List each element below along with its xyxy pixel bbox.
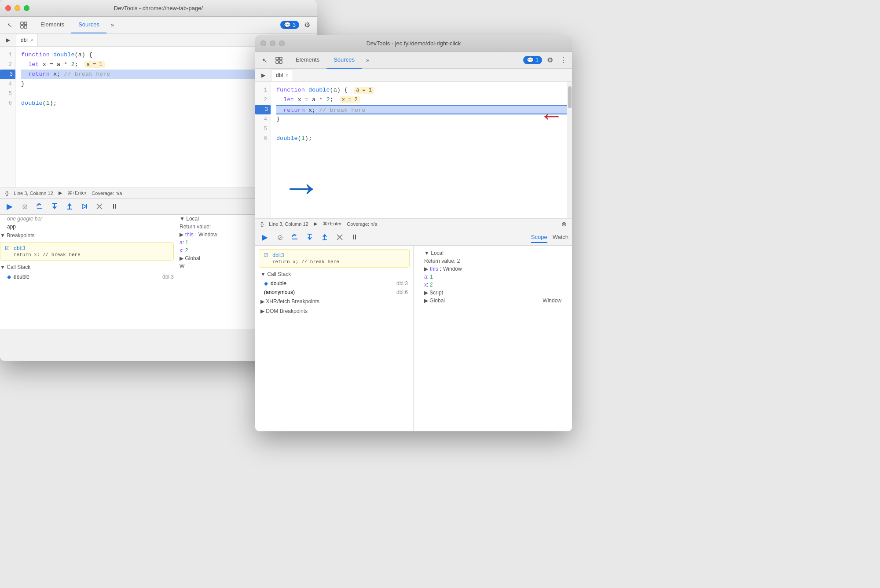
traffic-lights-left xyxy=(5,5,29,11)
tab-sources-right[interactable]: Sources xyxy=(326,52,362,69)
cursor-icon[interactable]: ↖ xyxy=(4,19,16,31)
line-numbers-right: 1 2 3 4 5 6 xyxy=(255,82,271,218)
code-line-3-right: return x; // break here xyxy=(276,105,572,114)
file-tab-dbl-left[interactable]: dbl × xyxy=(16,34,38,46)
svg-rect-14 xyxy=(276,61,279,63)
tab-elements-left[interactable]: Elements xyxy=(33,17,71,33)
resume-button-left[interactable]: ▶ xyxy=(4,200,16,213)
file-tab-dbl-right[interactable]: dbl × xyxy=(271,69,293,81)
scrollbar-thumb-right[interactable] xyxy=(568,86,572,108)
line-numbers-left: 1 2 3 4 5 6 xyxy=(0,47,16,187)
breakpoint-checkbox-left[interactable]: ☑ xyxy=(5,245,10,251)
chat-badge-right[interactable]: 💬 1 xyxy=(523,56,542,64)
traffic-lights-right xyxy=(260,40,285,46)
svg-rect-12 xyxy=(276,57,279,60)
google-bar-item: one google bar xyxy=(0,215,174,223)
call-stack-anon-right: (anonymous) dbl:6 xyxy=(255,288,413,297)
this-item-right[interactable]: ▶ this: Window xyxy=(419,265,567,273)
a-value-right: a: 1 xyxy=(419,273,567,281)
maximize-button-left[interactable] xyxy=(24,5,29,11)
close-status-right[interactable]: ⊗ xyxy=(561,220,567,228)
layers-icon-right[interactable] xyxy=(273,54,285,66)
chat-badge-left[interactable]: 💬 3 xyxy=(280,21,299,29)
rw-left-panel: ☑ dbl:3 return x; // break here ▼ Call S… xyxy=(255,246,414,431)
devtools-toolbar-left: ↖ Elements Sources » 💬 3 ⚙ xyxy=(0,17,317,33)
close-tab-right[interactable]: × xyxy=(286,73,288,78)
call-stack-header-left[interactable]: ▼ Call Stack xyxy=(0,262,174,272)
tab-elements-right[interactable]: Elements xyxy=(289,52,326,69)
devtools-window-right: DevTools - jec.fyi/demo/dbl-right-click … xyxy=(255,35,572,431)
global-scope-right[interactable]: ▶ Global Window xyxy=(419,297,567,305)
window-title-left: DevTools - chrome://new-tab-page/ xyxy=(114,5,203,11)
breakpoint-code-right: return x; // break here xyxy=(272,259,405,265)
call-stack-item-1-left: ◆double dbl:3 xyxy=(0,272,174,282)
svg-rect-13 xyxy=(279,57,282,60)
settings-button-left[interactable]: ⚙ xyxy=(301,19,313,31)
code-line-1-right: function double(a) { a = 1 xyxy=(276,85,572,95)
settings-button-right[interactable]: ⚙ xyxy=(544,54,556,66)
pause-button-right[interactable]: ⏸ xyxy=(348,231,361,243)
more-tabs-right[interactable]: » xyxy=(363,55,372,65)
call-stack-header-right[interactable]: ▼ Call Stack xyxy=(255,269,413,279)
code-line-5-right xyxy=(276,124,572,134)
scrollbar-right[interactable] xyxy=(567,82,572,218)
app-item: app xyxy=(0,223,174,231)
more-tabs-left[interactable]: » xyxy=(108,20,117,30)
step-out-left[interactable] xyxy=(63,200,76,213)
minimize-button-right[interactable] xyxy=(270,40,275,46)
blue-arrow: → xyxy=(282,167,321,207)
pause-on-exception-left[interactable]: ⊘ xyxy=(18,200,31,213)
deactivate-right[interactable] xyxy=(334,231,346,243)
layers-icon[interactable] xyxy=(18,19,30,31)
svg-rect-0 xyxy=(21,22,23,25)
svg-rect-1 xyxy=(24,22,27,25)
close-button-left[interactable] xyxy=(5,5,11,11)
pause-on-exception-right[interactable]: ⊘ xyxy=(274,231,286,243)
breakpoint-checkbox-right[interactable]: ☑ xyxy=(264,252,268,258)
panel-toggle-right[interactable]: ▶ xyxy=(259,71,268,80)
script-scope-right[interactable]: ▶ Script xyxy=(419,289,567,297)
svg-rect-3 xyxy=(24,26,27,28)
dom-header-right[interactable]: ▶ DOM Breakpoints xyxy=(255,306,413,316)
titlebar-left: DevTools - chrome://new-tab-page/ xyxy=(0,0,317,17)
main-tabs-right: Elements Sources xyxy=(289,52,362,69)
breakpoint-item-right: ☑ dbl:3 return x; // break here xyxy=(259,249,410,268)
rw-right-panel: ▼ Local Return value: 2 ▶ this: Window a… xyxy=(414,246,572,431)
call-stack-double-right: ◆double dbl:3 xyxy=(255,279,413,288)
debug-toolbar-right: ▶ ⊘ xyxy=(255,229,572,246)
step-over-left[interactable] xyxy=(33,200,46,213)
watch-tab-right[interactable]: Watch xyxy=(553,232,568,243)
step-left[interactable] xyxy=(78,200,91,213)
return-value-right: Return value: 2 xyxy=(419,257,567,265)
titlebar-right: DevTools - jec.fyi/demo/dbl-right-click xyxy=(255,35,572,52)
step-into-right[interactable] xyxy=(304,231,316,243)
x-value-right: x: 2 xyxy=(419,281,567,289)
resume-button-right[interactable]: ▶ xyxy=(259,231,271,243)
close-tab-left[interactable]: × xyxy=(30,37,33,43)
maximize-button-right[interactable] xyxy=(279,40,285,46)
scope-tab-right[interactable]: Scope xyxy=(531,232,547,243)
main-tabs-left: Elements Sources xyxy=(33,17,106,33)
cursor-icon-right[interactable]: ↖ xyxy=(259,54,271,66)
local-scope-right[interactable]: ▼ Local xyxy=(419,249,567,257)
devtools-toolbar-right: ↖ Elements Sources » 💬 1 ⚙ ⋮ xyxy=(255,52,572,69)
xhr-header-right[interactable]: ▶ XHR/fetch Breakpoints xyxy=(255,297,413,306)
breakpoint-label-left: dbl:3 xyxy=(14,245,25,251)
code-line-6-right: double(1); xyxy=(276,134,572,143)
step-into-left[interactable] xyxy=(48,200,61,213)
status-bar-right: {} Line 3, Column 12 ▶ ⌘+Enter Coverage:… xyxy=(255,218,572,229)
svg-rect-15 xyxy=(279,61,282,63)
tab-sources-left[interactable]: Sources xyxy=(71,17,106,33)
left-panel-left: one google bar app ▼ Breakpoints ☑ dbl:3… xyxy=(0,215,174,329)
panel-toggle-left[interactable]: ▶ xyxy=(4,36,12,44)
minimize-button-left[interactable] xyxy=(15,5,20,11)
step-right[interactable] xyxy=(319,231,331,243)
file-tabs-right: ▶ dbl × xyxy=(255,69,572,82)
pause-button-left[interactable]: ⏸ xyxy=(108,200,121,213)
deactivate-breakpoints-left[interactable] xyxy=(93,200,106,213)
more-button-right[interactable]: ⋮ xyxy=(558,54,568,66)
step-over-right[interactable] xyxy=(289,231,301,243)
window-title-right: DevTools - jec.fyi/demo/dbl-right-click xyxy=(367,40,461,47)
close-button-right[interactable] xyxy=(260,40,266,46)
breakpoints-header-left[interactable]: ▼ Breakpoints xyxy=(0,231,174,240)
